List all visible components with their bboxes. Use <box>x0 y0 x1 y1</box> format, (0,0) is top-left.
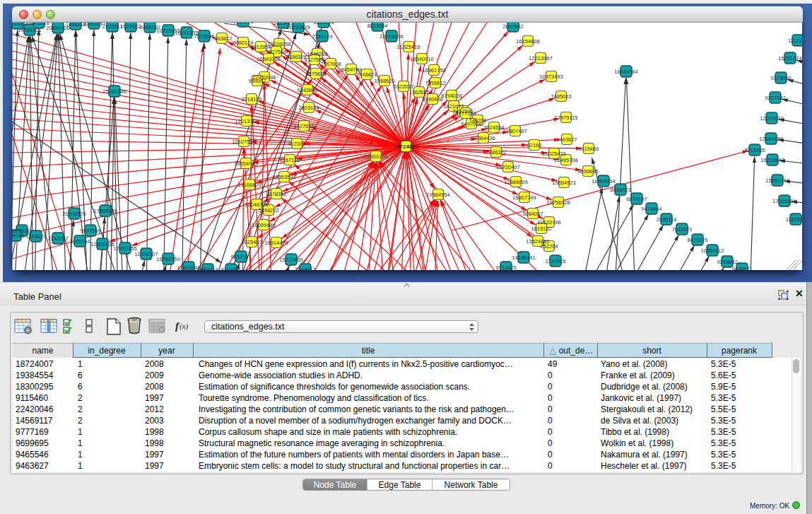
svg-text:7986322: 7986322 <box>486 149 506 156</box>
svg-text:12213369: 12213369 <box>235 118 258 124</box>
svg-text:18807249: 18807249 <box>512 194 536 201</box>
svg-text:2803144: 2803144 <box>298 105 319 111</box>
svg-text:62160: 62160 <box>527 142 542 148</box>
svg-text:7245012: 7245012 <box>295 267 315 270</box>
svg-text:8813054: 8813054 <box>367 23 387 29</box>
svg-text:11923448: 11923448 <box>177 264 201 270</box>
svg-text:9146821: 9146821 <box>356 71 377 78</box>
svg-text:6497568: 6497568 <box>461 121 481 127</box>
svg-text:17859928: 17859928 <box>93 208 117 214</box>
svg-text:16099489: 16099489 <box>252 222 275 228</box>
svg-text:20364436: 20364436 <box>471 135 495 141</box>
svg-text:10107554: 10107554 <box>232 139 255 145</box>
svg-text:14055721: 14055721 <box>18 27 41 33</box>
svg-text:9657791: 9657791 <box>230 254 251 260</box>
svg-text:17016504: 17016504 <box>772 198 796 204</box>
svg-text:3675685: 3675685 <box>305 71 326 77</box>
svg-text:16409954: 16409954 <box>592 178 615 185</box>
svg-text:10958107: 10958107 <box>134 251 158 257</box>
svg-text:18640910: 18640910 <box>410 56 433 62</box>
svg-text:7485063: 7485063 <box>551 93 571 100</box>
svg-text:9997588: 9997588 <box>80 228 100 234</box>
svg-text:11325419: 11325419 <box>397 44 420 50</box>
svg-text:417004: 417004 <box>288 141 305 147</box>
svg-text:2342757: 2342757 <box>47 235 68 242</box>
svg-text:9476521: 9476521 <box>731 266 752 270</box>
svg-text:7625402: 7625402 <box>241 239 261 245</box>
svg-text:7955812: 7955812 <box>425 80 445 86</box>
svg-text:15720407: 15720407 <box>496 164 519 170</box>
svg-text:10025433: 10025433 <box>542 151 565 157</box>
svg-text:8215955: 8215955 <box>744 147 765 153</box>
svg-text:16961758: 16961758 <box>422 67 445 74</box>
svg-text:7357224: 7357224 <box>312 33 332 40</box>
svg-text:10973493: 10973493 <box>539 74 563 80</box>
svg-text:12444159: 12444159 <box>759 136 782 142</box>
svg-text:16648784: 16648784 <box>614 69 637 75</box>
svg-text:15751074: 15751074 <box>778 55 801 62</box>
svg-text:14136141: 14136141 <box>512 255 535 261</box>
svg-text:9463627: 9463627 <box>556 136 577 143</box>
svg-text:10807487: 10807487 <box>503 128 526 134</box>
svg-text:1112150: 1112150 <box>788 37 802 44</box>
svg-text:18724007: 18724007 <box>394 144 419 150</box>
svg-text:12093873: 12093873 <box>760 115 783 122</box>
svg-text:9657113: 9657113 <box>198 267 218 270</box>
svg-text:13226058: 13226058 <box>267 41 290 47</box>
svg-text:2967608: 2967608 <box>320 61 341 67</box>
svg-text:1527602: 1527602 <box>120 23 141 30</box>
svg-text:16033809: 16033809 <box>286 24 310 30</box>
svg-text:12213967: 12213967 <box>529 55 552 62</box>
svg-text:19654925: 19654925 <box>234 160 257 167</box>
svg-text:8471676: 8471676 <box>687 237 707 243</box>
svg-text:10654112: 10654112 <box>701 247 724 254</box>
svg-text:1156829: 1156829 <box>26 233 47 240</box>
svg-text:2935114: 2935114 <box>657 216 677 223</box>
svg-text:19166829: 19166829 <box>237 182 261 188</box>
svg-text:252254: 252254 <box>540 243 558 250</box>
svg-text:(x): (x) <box>180 322 189 331</box>
svg-text:16495798: 16495798 <box>554 157 577 163</box>
svg-text:9474444: 9474444 <box>641 206 661 212</box>
svg-text:6879197: 6879197 <box>626 196 647 202</box>
svg-text:25300295: 25300295 <box>364 153 387 160</box>
svg-text:9329966: 9329966 <box>770 75 791 81</box>
svg-text:9714325: 9714325 <box>495 264 516 270</box>
svg-text:16782759: 16782759 <box>156 256 180 262</box>
svg-text:1733426: 1733426 <box>545 258 565 264</box>
svg-text:8267110: 8267110 <box>280 157 300 163</box>
svg-text:16543362: 16543362 <box>257 56 280 62</box>
svg-text:9327509: 9327509 <box>266 49 286 55</box>
svg-text:12353594: 12353594 <box>272 174 295 180</box>
svg-text:17957255: 17957255 <box>113 245 136 252</box>
svg-text:17975115: 17975115 <box>555 115 578 121</box>
svg-text:1167553: 1167553 <box>786 216 802 223</box>
svg-text:9699695: 9699695 <box>577 168 598 175</box>
svg-text:19756928: 19756928 <box>546 199 570 206</box>
svg-text:9245652: 9245652 <box>717 259 737 265</box>
svg-text:10688609: 10688609 <box>504 179 527 185</box>
svg-text:6794028: 6794028 <box>441 93 461 99</box>
svg-text:15692971: 15692971 <box>765 177 789 184</box>
svg-text:1615152: 1615152 <box>531 226 551 232</box>
svg-text:8186328: 8186328 <box>286 54 306 60</box>
svg-text:5498222: 5498222 <box>258 207 278 214</box>
svg-text:15716485: 15716485 <box>279 257 302 263</box>
svg-text:9777169: 9777169 <box>455 110 476 117</box>
svg-text:1588520: 1588520 <box>374 78 394 84</box>
svg-text:8427552: 8427552 <box>293 123 314 129</box>
svg-text:739159: 739159 <box>12 233 25 239</box>
svg-text:9115460: 9115460 <box>579 146 599 152</box>
svg-text:2102511: 2102511 <box>102 23 123 30</box>
svg-text:989062: 989062 <box>248 78 266 84</box>
svg-text:19654923: 19654923 <box>552 180 575 186</box>
svg-text:8878352: 8878352 <box>266 191 286 197</box>
svg-text:16154808: 16154808 <box>516 38 539 45</box>
svg-text:9084067: 9084067 <box>522 211 543 217</box>
svg-text:3624554: 3624554 <box>483 124 504 131</box>
svg-text:7663822: 7663822 <box>211 35 232 42</box>
svg-text:9227342: 9227342 <box>765 95 785 101</box>
svg-text:7632621: 7632621 <box>671 226 692 233</box>
svg-text:9242848: 9242848 <box>297 87 317 93</box>
svg-text:8938923: 8938923 <box>610 187 630 193</box>
